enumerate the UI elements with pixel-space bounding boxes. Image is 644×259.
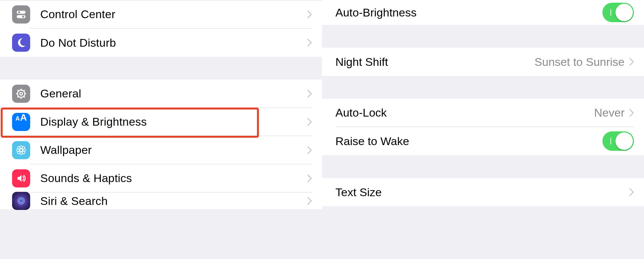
section-gap — [322, 25, 644, 48]
chevron-right-icon — [629, 109, 634, 117]
row-raise-to-wake[interactable]: Raise to Wake — [322, 127, 644, 155]
chevron-right-icon — [307, 197, 312, 205]
row-label: Sounds & Haptics — [30, 172, 307, 185]
row-label: Text Size — [335, 186, 629, 199]
row-label: Auto-Lock — [335, 106, 594, 119]
row-display-brightness[interactable]: A A Display & Brightness — [0, 108, 322, 136]
section-gap — [0, 57, 322, 80]
control-center-icon — [12, 5, 30, 24]
svg-point-4 — [17, 90, 25, 97]
row-value: Sunset to Sunrise — [535, 55, 629, 69]
group-auto-brightness: Auto-Brightness — [322, 0, 644, 25]
row-siri-search[interactable]: Siri & Search — [0, 192, 322, 209]
chevron-right-icon — [307, 146, 312, 154]
row-general[interactable]: General — [0, 80, 322, 108]
settings-group-2: General A A Display & Brightness — [0, 80, 322, 209]
group-night-shift: Night Shift Sunset to Sunrise — [322, 48, 644, 76]
row-label: Display & Brightness — [30, 115, 307, 128]
svg-line-10 — [17, 90, 18, 91]
group-lock: Auto-Lock Never Raise to Wake — [322, 99, 644, 155]
flower-icon — [12, 141, 30, 159]
row-night-shift[interactable]: Night Shift Sunset to Sunrise — [322, 48, 644, 76]
siri-icon — [12, 192, 30, 210]
svg-rect-2 — [17, 15, 25, 18]
gear-icon — [12, 85, 30, 103]
group-text: Text Size — [322, 178, 644, 206]
svg-point-1 — [18, 11, 20, 13]
row-sounds-haptics[interactable]: Sounds & Haptics — [0, 164, 322, 192]
row-label: Wallpaper — [30, 143, 307, 157]
settings-root-list: Control Center Do Not Disturb — [0, 0, 322, 259]
chevron-right-icon — [307, 90, 312, 98]
settings-group-1: Control Center Do Not Disturb — [0, 0, 322, 57]
chevron-right-icon — [307, 39, 312, 47]
row-label: Siri & Search — [30, 195, 307, 208]
section-gap — [322, 76, 644, 99]
chevron-right-icon — [629, 188, 634, 196]
row-value: Never — [594, 106, 629, 119]
svg-point-24 — [19, 199, 23, 203]
chevron-right-icon — [307, 118, 312, 126]
text-size-icon: A A — [12, 113, 30, 131]
row-auto-lock[interactable]: Auto-Lock Never — [322, 99, 644, 127]
chevron-right-icon — [307, 10, 312, 18]
row-label: Do Not Disturb — [30, 36, 307, 49]
svg-line-11 — [24, 96, 25, 97]
svg-point-3 — [22, 16, 24, 18]
row-label: Control Center — [30, 8, 307, 21]
display-brightness-detail: Auto-Brightness Night Shift Sunset to Su… — [322, 0, 644, 259]
row-auto-brightness[interactable]: Auto-Brightness — [322, 0, 644, 25]
raise-to-wake-toggle[interactable] — [602, 131, 634, 151]
row-label: General — [30, 87, 307, 100]
row-do-not-disturb[interactable]: Do Not Disturb — [0, 29, 322, 57]
svg-line-13 — [24, 90, 25, 91]
row-label: Raise to Wake — [335, 135, 602, 148]
moon-icon — [12, 34, 30, 52]
row-control-center[interactable]: Control Center — [0, 0, 322, 29]
row-label: Auto-Brightness — [335, 6, 602, 19]
row-wallpaper[interactable]: Wallpaper — [0, 136, 322, 164]
svg-point-5 — [20, 92, 22, 95]
svg-point-14 — [20, 149, 22, 152]
chevron-right-icon — [629, 58, 634, 66]
chevron-right-icon — [307, 174, 312, 182]
section-gap — [322, 155, 644, 178]
speaker-icon — [12, 169, 30, 187]
row-label: Night Shift — [335, 55, 535, 69]
svg-rect-0 — [17, 11, 25, 14]
row-text-size[interactable]: Text Size — [322, 178, 644, 206]
svg-line-12 — [17, 96, 18, 97]
auto-brightness-toggle[interactable] — [602, 3, 634, 22]
